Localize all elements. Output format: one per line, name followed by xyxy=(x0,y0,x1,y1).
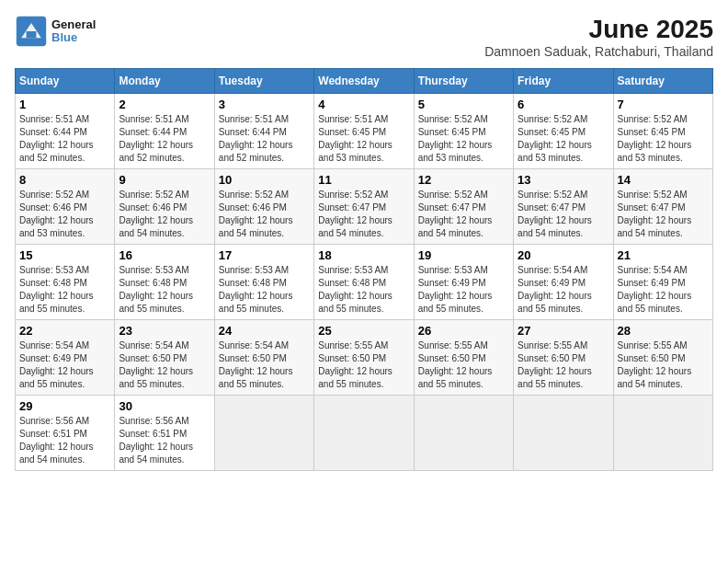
cell-day-number: 28 xyxy=(618,324,709,338)
calendar-table: SundayMondayTuesdayWednesdayThursdayFrid… xyxy=(15,68,713,471)
cell-info: Sunrise: 5:53 AM Sunset: 6:48 PM Dayligh… xyxy=(19,264,110,316)
cell-info: Sunrise: 5:56 AM Sunset: 6:51 PM Dayligh… xyxy=(19,415,110,466)
cell-day-number: 22 xyxy=(19,324,110,338)
title-area: June 2025 Damnoen Saduak, Ratchaburi, Th… xyxy=(484,15,713,59)
cell-day-number: 14 xyxy=(618,173,709,187)
cell-day-number: 15 xyxy=(19,248,110,262)
cell-info: Sunrise: 5:52 AM Sunset: 6:46 PM Dayligh… xyxy=(219,189,310,240)
calendar-week-row: 29Sunrise: 5:56 AM Sunset: 6:51 PM Dayli… xyxy=(16,396,713,471)
calendar-week-row: 8Sunrise: 5:52 AM Sunset: 6:46 PM Daylig… xyxy=(16,169,713,245)
calendar-cell xyxy=(214,396,313,471)
calendar-cell: 18Sunrise: 5:53 AM Sunset: 6:48 PM Dayli… xyxy=(314,245,414,320)
cell-day-number: 16 xyxy=(119,248,210,262)
cell-day-number: 19 xyxy=(418,248,509,262)
logo-text: General Blue xyxy=(51,18,96,45)
calendar-cell xyxy=(613,396,712,471)
calendar-cell: 20Sunrise: 5:54 AM Sunset: 6:49 PM Dayli… xyxy=(514,245,613,320)
calendar-cell: 1Sunrise: 5:51 AM Sunset: 6:44 PM Daylig… xyxy=(16,94,115,169)
logo-icon xyxy=(15,15,48,48)
calendar-cell: 21Sunrise: 5:54 AM Sunset: 6:49 PM Dayli… xyxy=(613,245,712,320)
cell-day-number: 29 xyxy=(19,399,110,413)
calendar-cell: 19Sunrise: 5:53 AM Sunset: 6:49 PM Dayli… xyxy=(414,245,513,320)
cell-info: Sunrise: 5:54 AM Sunset: 6:50 PM Dayligh… xyxy=(119,339,210,391)
cell-info: Sunrise: 5:52 AM Sunset: 6:46 PM Dayligh… xyxy=(19,189,110,240)
cell-day-number: 27 xyxy=(518,324,609,338)
calendar-cell: 12Sunrise: 5:52 AM Sunset: 6:47 PM Dayli… xyxy=(414,169,513,245)
calendar-cell: 28Sunrise: 5:55 AM Sunset: 6:50 PM Dayli… xyxy=(613,320,712,396)
calendar-cell: 9Sunrise: 5:52 AM Sunset: 6:46 PM Daylig… xyxy=(115,169,214,245)
cell-info: Sunrise: 5:52 AM Sunset: 6:45 PM Dayligh… xyxy=(418,113,509,165)
cell-info: Sunrise: 5:55 AM Sunset: 6:50 PM Dayligh… xyxy=(518,339,609,391)
cell-day-number: 24 xyxy=(219,324,310,338)
cell-day-number: 20 xyxy=(518,248,609,262)
cell-info: Sunrise: 5:52 AM Sunset: 6:45 PM Dayligh… xyxy=(618,113,709,165)
cell-info: Sunrise: 5:55 AM Sunset: 6:50 PM Dayligh… xyxy=(318,339,409,391)
weekday-header-sunday: Sunday xyxy=(16,69,115,94)
calendar-cell: 13Sunrise: 5:52 AM Sunset: 6:47 PM Dayli… xyxy=(514,169,613,245)
calendar-cell: 26Sunrise: 5:55 AM Sunset: 6:50 PM Dayli… xyxy=(414,320,513,396)
calendar-cell: 30Sunrise: 5:56 AM Sunset: 6:51 PM Dayli… xyxy=(115,396,214,471)
calendar-cell: 23Sunrise: 5:54 AM Sunset: 6:50 PM Dayli… xyxy=(115,320,214,396)
cell-day-number: 1 xyxy=(19,98,110,111)
svg-rect-2 xyxy=(27,31,37,38)
calendar-cell: 5Sunrise: 5:52 AM Sunset: 6:45 PM Daylig… xyxy=(414,94,513,169)
weekday-header-monday: Monday xyxy=(115,69,214,94)
calendar-cell: 6Sunrise: 5:52 AM Sunset: 6:45 PM Daylig… xyxy=(514,94,613,169)
cell-day-number: 11 xyxy=(318,173,409,187)
cell-info: Sunrise: 5:53 AM Sunset: 6:48 PM Dayligh… xyxy=(318,264,409,316)
cell-info: Sunrise: 5:52 AM Sunset: 6:47 PM Dayligh… xyxy=(318,189,409,240)
calendar-cell: 2Sunrise: 5:51 AM Sunset: 6:44 PM Daylig… xyxy=(115,94,214,169)
logo: General Blue xyxy=(15,15,96,48)
cell-info: Sunrise: 5:55 AM Sunset: 6:50 PM Dayligh… xyxy=(418,339,509,391)
weekday-header-saturday: Saturday xyxy=(613,69,712,94)
cell-info: Sunrise: 5:54 AM Sunset: 6:49 PM Dayligh… xyxy=(518,264,609,316)
calendar-week-row: 22Sunrise: 5:54 AM Sunset: 6:49 PM Dayli… xyxy=(16,320,713,396)
cell-day-number: 17 xyxy=(219,248,310,262)
calendar-cell: 10Sunrise: 5:52 AM Sunset: 6:46 PM Dayli… xyxy=(214,169,313,245)
cell-day-number: 5 xyxy=(418,98,509,111)
cell-day-number: 12 xyxy=(418,173,509,187)
cell-info: Sunrise: 5:51 AM Sunset: 6:45 PM Dayligh… xyxy=(318,113,409,165)
cell-day-number: 7 xyxy=(618,98,709,111)
calendar-cell: 15Sunrise: 5:53 AM Sunset: 6:48 PM Dayli… xyxy=(16,245,115,320)
cell-day-number: 3 xyxy=(219,98,310,111)
cell-day-number: 4 xyxy=(318,98,409,111)
calendar-cell xyxy=(514,396,613,471)
calendar-subtitle: Damnoen Saduak, Ratchaburi, Thailand xyxy=(484,44,713,59)
calendar-cell: 8Sunrise: 5:52 AM Sunset: 6:46 PM Daylig… xyxy=(16,169,115,245)
cell-info: Sunrise: 5:51 AM Sunset: 6:44 PM Dayligh… xyxy=(19,113,110,165)
cell-day-number: 26 xyxy=(418,324,509,338)
cell-day-number: 18 xyxy=(318,248,409,262)
calendar-cell: 29Sunrise: 5:56 AM Sunset: 6:51 PM Dayli… xyxy=(16,396,115,471)
cell-info: Sunrise: 5:52 AM Sunset: 6:46 PM Dayligh… xyxy=(119,189,210,240)
header: General Blue June 2025 Damnoen Saduak, R… xyxy=(15,15,713,59)
cell-day-number: 30 xyxy=(119,399,210,413)
calendar-cell: 4Sunrise: 5:51 AM Sunset: 6:45 PM Daylig… xyxy=(314,94,414,169)
calendar-cell: 17Sunrise: 5:53 AM Sunset: 6:48 PM Dayli… xyxy=(214,245,313,320)
calendar-cell: 7Sunrise: 5:52 AM Sunset: 6:45 PM Daylig… xyxy=(613,94,712,169)
cell-info: Sunrise: 5:51 AM Sunset: 6:44 PM Dayligh… xyxy=(119,113,210,165)
cell-info: Sunrise: 5:52 AM Sunset: 6:45 PM Dayligh… xyxy=(518,113,609,165)
cell-info: Sunrise: 5:53 AM Sunset: 6:48 PM Dayligh… xyxy=(119,264,210,316)
cell-day-number: 6 xyxy=(518,98,609,111)
cell-info: Sunrise: 5:52 AM Sunset: 6:47 PM Dayligh… xyxy=(618,189,709,240)
cell-info: Sunrise: 5:55 AM Sunset: 6:50 PM Dayligh… xyxy=(618,339,709,391)
calendar-cell: 14Sunrise: 5:52 AM Sunset: 6:47 PM Dayli… xyxy=(613,169,712,245)
cell-day-number: 23 xyxy=(119,324,210,338)
weekday-header-wednesday: Wednesday xyxy=(314,69,414,94)
cell-info: Sunrise: 5:53 AM Sunset: 6:49 PM Dayligh… xyxy=(418,264,509,316)
calendar-title: June 2025 xyxy=(484,15,713,44)
cell-info: Sunrise: 5:54 AM Sunset: 6:50 PM Dayligh… xyxy=(219,339,310,391)
cell-info: Sunrise: 5:56 AM Sunset: 6:51 PM Dayligh… xyxy=(119,415,210,466)
cell-day-number: 10 xyxy=(219,173,310,187)
cell-info: Sunrise: 5:51 AM Sunset: 6:44 PM Dayligh… xyxy=(219,113,310,165)
cell-info: Sunrise: 5:53 AM Sunset: 6:48 PM Dayligh… xyxy=(219,264,310,316)
weekday-header-thursday: Thursday xyxy=(414,69,513,94)
cell-day-number: 9 xyxy=(119,173,210,187)
calendar-week-row: 15Sunrise: 5:53 AM Sunset: 6:48 PM Dayli… xyxy=(16,245,713,320)
cell-day-number: 8 xyxy=(19,173,110,187)
cell-day-number: 25 xyxy=(318,324,409,338)
logo-line2: Blue xyxy=(51,31,96,44)
logo-line1: General xyxy=(51,18,96,31)
calendar-cell: 22Sunrise: 5:54 AM Sunset: 6:49 PM Dayli… xyxy=(16,320,115,396)
